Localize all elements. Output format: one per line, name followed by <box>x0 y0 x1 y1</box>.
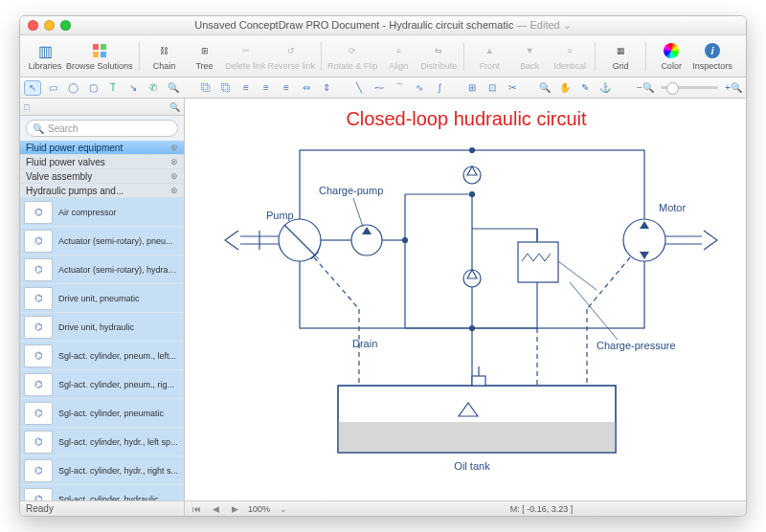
category-item[interactable]: Fluid power valves⊗ <box>20 155 184 169</box>
pointer-tool-icon[interactable]: ↖ <box>24 80 41 96</box>
anchor-icon[interactable]: ⚓ <box>597 80 614 96</box>
polyline-tool-icon[interactable]: ∿ <box>411 80 428 96</box>
drain-label: Drain <box>352 338 377 349</box>
align-left-icon[interactable]: ≡ <box>237 80 255 96</box>
crop-icon[interactable]: ✂ <box>504 80 521 96</box>
zoom-in2-icon[interactable]: +🔍 <box>725 80 742 96</box>
color-button[interactable]: Color <box>652 37 690 76</box>
distribute-v-icon[interactable]: ⇕ <box>318 80 335 96</box>
zoom-out-icon[interactable]: −🔍 <box>637 80 654 96</box>
align-label: Align <box>389 61 408 71</box>
category-item[interactable]: Hydraulic pumps and...⊗ <box>20 184 184 198</box>
ungroup-icon[interactable]: ⿻ <box>217 80 235 96</box>
canvas-area: Closed-loop hudraulic circuit <box>185 99 746 516</box>
shape-item[interactable]: ⌬Drive unit, hydraulic <box>20 313 184 342</box>
inspectors-label: Inspectors <box>692 61 732 71</box>
shape-item[interactable]: ⌬Sgl-act. cylinder, pneumatic <box>20 399 184 428</box>
tool-palette: ↖ ▭ ◯ ▢ T ↘ ✆ 🔍 ⿻ ⿻ ≡ ≡ ≡ ⇔ ⇕ ╲ ⁓ ⌒ ∿ ∫ … <box>20 78 746 99</box>
motor-symbol <box>623 219 717 261</box>
rotate-icon: ⟳ <box>343 41 362 60</box>
connector-tool-icon[interactable]: ↘ <box>124 80 142 96</box>
page-next-icon[interactable]: ▶ <box>229 504 240 514</box>
group-icon[interactable]: ⿻ <box>197 80 214 96</box>
drawing-canvas[interactable]: Closed-loop hudraulic circuit <box>185 99 746 500</box>
app-window: Unsaved ConceptDraw PRO Document - Hydra… <box>19 15 747 517</box>
align-icon: ≡ <box>389 41 408 60</box>
page-first-icon[interactable]: ⏮ <box>191 504 202 514</box>
charge-pump-label: Charge-pump <box>319 185 383 196</box>
shape-item[interactable]: ⌬Sgl-act. cylinder, pneum., left... <box>20 342 184 370</box>
identical-button: ≡Identical <box>551 37 589 76</box>
front-label: Front <box>480 61 500 71</box>
category-item[interactable]: Valve assembly⊗ <box>20 169 184 184</box>
zoom-slider[interactable] <box>661 86 718 89</box>
oil-tank-symbol <box>338 366 616 453</box>
category-label: Valve assembly <box>26 171 92 182</box>
delete-link-button: ✂Delete link <box>226 37 266 76</box>
line-tool-icon[interactable]: ╲ <box>350 80 368 96</box>
shape-thumb-icon: ⌬ <box>24 431 53 454</box>
library-search[interactable]: 🔍 Search <box>26 120 178 137</box>
distribute-label: Distribute <box>420 61 457 71</box>
shape-item[interactable]: ⌬Air compressor <box>20 198 184 227</box>
grid-label: Grid <box>613 61 629 71</box>
search-tool-icon[interactable]: 🔍 <box>165 80 182 96</box>
hand-tool-icon[interactable]: ✋ <box>556 80 574 96</box>
eyedrop-icon[interactable]: ✎ <box>576 80 594 96</box>
close-icon[interactable]: ⊗ <box>170 186 178 195</box>
svg-rect-23 <box>518 242 558 282</box>
browse-button[interactable]: Browse Solutions <box>66 37 133 76</box>
rounded-rect-tool-icon[interactable]: ▢ <box>84 80 101 96</box>
curve-tool-icon[interactable]: ⁓ <box>371 80 388 96</box>
shape-item[interactable]: ⌬Sgl-act. cylinder, hydr., left sp... <box>20 428 184 456</box>
align-center-icon[interactable]: ≡ <box>258 80 275 96</box>
arc-tool-icon[interactable]: ⌒ <box>391 80 408 96</box>
close-icon[interactable]: ⊗ <box>170 171 178 181</box>
color-label: Color <box>661 61 682 71</box>
align-button: ≡Align <box>379 37 417 76</box>
shape-thumb-icon: ⌬ <box>24 459 53 482</box>
call-tool-icon[interactable]: ✆ <box>145 80 162 96</box>
sidebar-tabs[interactable]: □ 🔍 <box>20 99 184 116</box>
text-tool-icon[interactable]: T <box>104 80 122 96</box>
distribute-h-icon[interactable]: ⇔ <box>298 80 315 96</box>
category-item[interactable]: Fluid power equipment⊗ <box>20 141 184 155</box>
align-right-icon[interactable]: ≡ <box>278 80 295 96</box>
pump-label: Pump <box>266 210 294 221</box>
chevron-down-icon[interactable]: ⌄ <box>278 504 289 514</box>
page-prev-icon[interactable]: ◀ <box>210 504 221 514</box>
back-icon: ▼ <box>520 41 539 60</box>
tab-icon[interactable]: □ <box>24 102 29 112</box>
search-icon: 🔍 <box>33 123 44 134</box>
ellipse-tool-icon[interactable]: ◯ <box>64 80 81 96</box>
search-icon[interactable]: 🔍 <box>169 102 180 112</box>
shape-item[interactable]: ⌬Actuator (semi-rotary), hydraulic <box>20 255 184 284</box>
shape-thumb-icon: ⌬ <box>24 287 53 310</box>
snap2-icon[interactable]: ⊡ <box>484 80 501 96</box>
shape-label: Sgl-act. cylinder, pneumatic <box>58 409 180 418</box>
svg-rect-37 <box>338 422 616 453</box>
identical-icon: ≡ <box>560 41 579 60</box>
libraries-label: Libraries <box>29 61 62 71</box>
titlebar: Unsaved ConceptDraw PRO Document - Hydra… <box>20 16 746 35</box>
snap-icon[interactable]: ⊞ <box>463 80 481 96</box>
close-icon[interactable]: ⊗ <box>170 157 178 166</box>
zoom-in-icon[interactable]: 🔍 <box>536 80 553 96</box>
shape-item[interactable]: ⌬Sgl-act. cylinder, hydraulic <box>20 485 184 500</box>
grid-button[interactable]: ▦Grid <box>601 37 640 76</box>
shape-item[interactable]: ⌬Actuator (semi-rotary), pneu... <box>20 227 184 255</box>
rect-tool-icon[interactable]: ▭ <box>44 80 61 96</box>
shape-item[interactable]: ⌬Sgl-act. cylinder, hydr., right s... <box>20 456 184 485</box>
cursor-coords: M: [ -0.16, 3.23 ] <box>343 504 740 514</box>
shape-thumb-icon: ⌬ <box>24 488 53 501</box>
inspectors-button[interactable]: iInspectors <box>692 37 732 76</box>
tree-button[interactable]: ⊞Tree <box>186 37 224 76</box>
shape-item[interactable]: ⌬Drive unit, pneumatic <box>20 284 184 313</box>
reverse-link-label: Reverse link <box>268 61 316 71</box>
close-icon[interactable]: ⊗ <box>170 143 178 152</box>
spline-tool-icon[interactable]: ∫ <box>431 80 448 96</box>
chain-button[interactable]: ⛓Chain <box>146 37 184 76</box>
zoom-readout: 100% <box>248 504 270 514</box>
shape-item[interactable]: ⌬Sgl-act. cylinder, pneum., rig... <box>20 370 184 399</box>
libraries-button[interactable]: ▥Libraries <box>26 37 64 76</box>
